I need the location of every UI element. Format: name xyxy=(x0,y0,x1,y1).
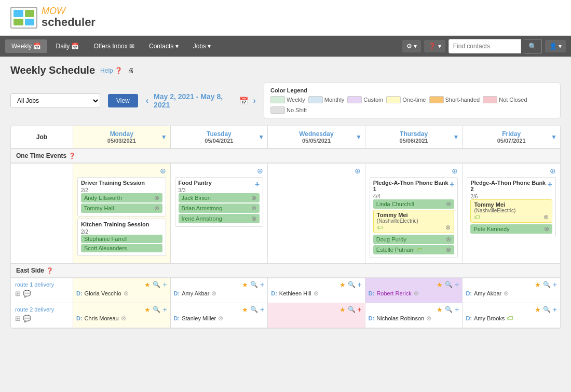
route-2-fri-star[interactable]: ★ xyxy=(535,306,541,314)
route-1-thu-plus[interactable]: + xyxy=(455,280,459,289)
friday-dropdown[interactable]: ▼ xyxy=(551,133,557,141)
event-phonebank2: Pledge-A-Thon Phone Bank 2 2/6 + Tommy M… xyxy=(467,177,556,237)
settings-button[interactable]: ⚙ ▾ xyxy=(402,40,421,52)
route-1-wed-remove[interactable]: ⊗ xyxy=(314,290,319,297)
event-kitchen-training-title: Kitchen Training Session xyxy=(81,221,162,227)
route-1-fri-plus[interactable]: + xyxy=(553,280,557,289)
nav-contacts[interactable]: Contacts ▾ xyxy=(143,39,185,53)
prev-date-button[interactable]: ‹ xyxy=(146,96,148,105)
brian-armstrong-remove[interactable]: ⊗ xyxy=(251,205,256,212)
help-button[interactable]: ❓ ▾ xyxy=(424,40,445,52)
next-date-button[interactable]: › xyxy=(253,96,256,105)
route-2-label[interactable]: route 2 delivery xyxy=(15,306,69,313)
route-2-tue-star[interactable]: ★ xyxy=(242,306,248,314)
route-1-tue-star[interactable]: ★ xyxy=(242,281,248,289)
ote-thursday-add-circle[interactable]: ⊕ xyxy=(370,167,458,175)
food-pantry-add[interactable]: + xyxy=(255,180,260,189)
doug-purdy-remove[interactable]: ⊗ xyxy=(446,236,451,243)
route-1-wed-star[interactable]: ★ xyxy=(339,281,346,289)
nav-offers[interactable]: Offers Inbox ✉ xyxy=(87,39,140,53)
jack-binion-remove[interactable]: ⊗ xyxy=(251,194,256,201)
phonebank2-add[interactable]: + xyxy=(548,180,552,189)
header-tuesday[interactable]: Tuesday ▼ 05/04/2021 xyxy=(171,126,268,148)
east-side-info[interactable]: ❓ xyxy=(46,267,53,274)
ote-monday-add-circle[interactable]: ⊕ xyxy=(77,167,166,175)
route-2-thu-plus[interactable]: + xyxy=(455,305,459,314)
route-1-tue-remove[interactable]: ⊗ xyxy=(211,290,216,297)
pete-kennedy-remove[interactable]: ⊗ xyxy=(544,225,549,233)
calendar-icon[interactable]: 📅 xyxy=(239,97,248,105)
route-1-thu-header: ★ 🔍 + xyxy=(369,280,459,289)
ote-wednesday-add-circle[interactable]: ⊕ xyxy=(272,167,361,175)
user-button[interactable]: 👤 ▾ xyxy=(545,40,566,52)
route-2-thu-remove[interactable]: ⊗ xyxy=(426,315,431,322)
route-1-wed-plus[interactable]: + xyxy=(358,280,362,289)
thursday-dropdown[interactable]: ▼ xyxy=(453,133,459,141)
one-time-events-info[interactable]: ❓ xyxy=(69,153,76,159)
food-pantry-count: 3/3 xyxy=(179,187,212,193)
header-friday[interactable]: Friday ▼ 05/07/2021 xyxy=(463,126,560,148)
route-1-tue-magnify[interactable]: 🔍 xyxy=(250,281,258,288)
route-1-wed-magnify[interactable]: 🔍 xyxy=(348,281,356,288)
tommy-hall-remove[interactable]: ⊗ xyxy=(154,205,159,212)
route-1-fri-star[interactable]: ★ xyxy=(535,281,541,289)
route-2-thu-magnify[interactable]: 🔍 xyxy=(445,306,453,313)
view-button[interactable]: View xyxy=(108,94,138,107)
route-2-wed-magnify[interactable]: 🔍 xyxy=(348,306,356,313)
route-1-mon-magnify[interactable]: 🔍 xyxy=(153,281,160,288)
route-1-fri-magnify[interactable]: 🔍 xyxy=(543,281,551,288)
route-2-wed-plus[interactable]: + xyxy=(358,305,362,314)
help-link[interactable]: Help ❓ xyxy=(100,67,123,74)
route-1-label[interactable]: route 1 delivery xyxy=(15,281,69,288)
header-monday[interactable]: Monday ▼ 05/03/2021 xyxy=(73,126,171,148)
route-2-grid-icon[interactable]: ⊞ xyxy=(15,315,21,322)
route-2-wed-star[interactable]: ★ xyxy=(339,306,346,314)
route-2-mon-plus[interactable]: + xyxy=(162,305,167,314)
route-1-chat-icon[interactable]: 💬 xyxy=(23,290,31,298)
day-date-friday: 05/07/2021 xyxy=(468,138,555,144)
route-1-mon-remove[interactable]: ⊗ xyxy=(124,290,129,297)
andy-ellsworth-remove[interactable]: ⊗ xyxy=(154,194,159,201)
ote-tuesday-add-circle[interactable]: ⊕ xyxy=(175,167,264,175)
tommy-mei-fri-remove[interactable]: ⊗ xyxy=(543,213,549,221)
route-2-tue-remove[interactable]: ⊗ xyxy=(218,315,223,322)
ote-friday-add-circle[interactable]: ⊕ xyxy=(467,167,556,175)
tuesday-dropdown[interactable]: ▼ xyxy=(258,133,264,141)
route-1-tue-plus[interactable]: + xyxy=(260,280,264,289)
nav-daily[interactable]: Daily 📅 xyxy=(49,39,85,53)
route-2-tue-magnify[interactable]: 🔍 xyxy=(250,306,258,313)
print-icon[interactable]: 🖨 xyxy=(128,67,134,74)
irene-armstrong-remove[interactable]: ⊗ xyxy=(251,215,256,222)
route-2-fri-plus[interactable]: + xyxy=(553,305,557,314)
person-pete-kennedy: Pete Kennedy ⊗ xyxy=(470,224,552,234)
job-filter[interactable]: All Jobs xyxy=(10,93,100,108)
phonebank1-add[interactable]: + xyxy=(450,180,454,189)
route-1-grid-icon[interactable]: ⊞ xyxy=(15,290,21,298)
monday-dropdown[interactable]: ▼ xyxy=(161,133,167,141)
route-1-thu-remove[interactable]: ⊗ xyxy=(414,290,419,297)
andy-ellsworth-name: Andy Ellsworth xyxy=(84,195,122,201)
nav-jobs[interactable]: Jobs ▾ xyxy=(187,39,217,53)
header-wednesday[interactable]: Wednesday ▼ 05/05/2021 xyxy=(268,126,365,148)
route-2-chat-icon[interactable]: 💬 xyxy=(23,315,31,322)
route-2-mon-remove[interactable]: ⊗ xyxy=(121,315,126,322)
route-2-mon-magnify[interactable]: 🔍 xyxy=(153,306,160,313)
search-input[interactable] xyxy=(448,39,521,53)
route-2-fri-magnify[interactable]: 🔍 xyxy=(543,306,551,313)
route-2-thu-star[interactable]: ★ xyxy=(437,306,443,314)
route-1-mon-star[interactable]: ★ xyxy=(144,281,151,289)
linda-churchill-remove[interactable]: ⊗ xyxy=(446,200,451,208)
route-1-fri-d-label: D: xyxy=(466,290,472,296)
route-1-mon-plus[interactable]: + xyxy=(162,280,167,289)
estelle-putnam-remove[interactable]: ⊗ xyxy=(446,246,451,253)
route-1-thu-magnify[interactable]: 🔍 xyxy=(445,281,453,288)
route-1-fri-remove[interactable]: ⊗ xyxy=(504,290,509,297)
route-2-mon-star[interactable]: ★ xyxy=(144,306,151,314)
route-2-tue-plus[interactable]: + xyxy=(260,305,264,314)
wednesday-dropdown[interactable]: ▼ xyxy=(356,133,362,141)
header-thursday[interactable]: Thursday ▼ 05/06/2021 xyxy=(365,126,463,148)
nav-weekly[interactable]: Weekly 📅 xyxy=(5,39,47,53)
search-button[interactable]: 🔍 xyxy=(524,39,542,53)
route-1-thu-star[interactable]: ★ xyxy=(437,281,443,289)
tommy-mei-thu-remove[interactable]: ⊗ xyxy=(445,224,451,231)
